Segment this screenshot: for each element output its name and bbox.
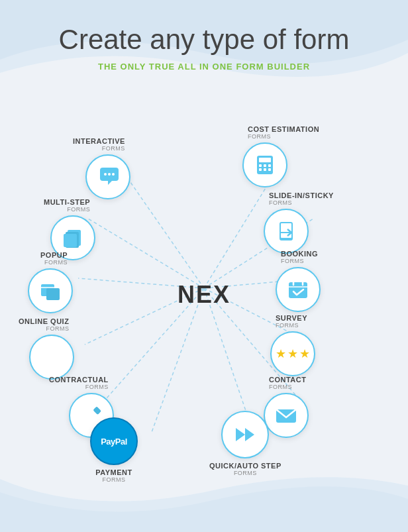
node-survey: SURVEY FORMS ★ ★ ★ — [270, 311, 315, 376]
node-quick-auto: QUICK/AUTO STEP FORMS — [209, 411, 281, 476]
node-popup: POPUP FORMS — [28, 248, 73, 313]
fast-forward-icon — [233, 423, 257, 447]
booking-sub: FORMS — [281, 258, 318, 264]
contact-sub: FORMS — [269, 384, 306, 390]
star-1: ★ — [276, 346, 286, 361]
star-3: ★ — [299, 346, 310, 361]
interactive-label: INTERACTIVE — [73, 137, 125, 145]
contractual-sub: FORMS — [49, 384, 109, 390]
quick-auto-icon-circle — [221, 411, 269, 458]
chat-icon — [96, 165, 120, 189]
svg-rect-17 — [259, 164, 262, 167]
page-subtitle: THE ONLY TRUE ALL IN ONE FORM BUILDER — [0, 62, 408, 72]
calculator-icon — [253, 153, 277, 177]
svg-rect-30 — [46, 288, 60, 300]
svg-point-39 — [44, 362, 49, 368]
cost-estimation-label: COST ESTIMATION — [248, 125, 319, 133]
online-quiz-label: ONLINE QUIZ — [19, 317, 69, 325]
svg-point-13 — [108, 173, 111, 176]
cost-estimation-icon-circle — [242, 142, 287, 187]
booking-icon-circle — [276, 267, 321, 312]
star-2: ★ — [287, 346, 298, 361]
node-payment: PayPal PAYMENT FORMS — [90, 417, 138, 483]
quick-auto-sub: FORMS — [209, 470, 281, 476]
online-quiz-sub: FORMS — [19, 325, 69, 332]
node-interactive: INTERACTIVE FORMS — [73, 137, 130, 199]
svg-point-37 — [44, 356, 49, 362]
payment-icon-circle: PayPal — [90, 417, 138, 465]
popup-icon-circle — [28, 268, 73, 313]
svg-rect-25 — [64, 234, 77, 247]
svg-rect-19 — [268, 164, 271, 167]
node-booking: BOOKING FORMS — [276, 247, 321, 312]
multi-step-sub: FORMS — [44, 206, 90, 213]
calendar-icon — [286, 278, 310, 301]
slide-sticky-sub: FORMS — [269, 199, 334, 206]
svg-rect-18 — [264, 164, 266, 167]
survey-icon-circle: ★ ★ ★ — [270, 331, 315, 376]
payment-label: PAYMENT — [95, 468, 132, 476]
survey-label: SURVEY — [276, 314, 307, 322]
contact-label: CONTACT — [269, 376, 306, 384]
svg-rect-32 — [289, 282, 307, 298]
node-cost-estimation: COST ESTIMATION FORMS — [242, 123, 319, 187]
layers-icon — [61, 226, 85, 250]
list-check-icon — [40, 345, 64, 369]
paypal-text: PayPal — [101, 437, 127, 447]
node-online-quiz: ONLINE QUIZ FORMS — [19, 315, 74, 380]
svg-rect-21 — [264, 168, 266, 171]
svg-rect-20 — [259, 168, 262, 171]
svg-point-12 — [104, 173, 107, 176]
contractual-label: CONTRACTUAL — [49, 376, 109, 384]
popup-icon — [38, 279, 62, 303]
cost-estimation-sub: FORMS — [248, 133, 319, 140]
nex-logo: NEX — [168, 275, 240, 315]
stars-display: ★ ★ ★ — [276, 346, 310, 361]
popup-label: POPUP — [40, 251, 68, 259]
svg-rect-22 — [268, 168, 271, 171]
payment-sub: FORMS — [95, 476, 132, 483]
slide-sticky-label: SLIDE-IN/STICKY — [269, 191, 334, 199]
tablet-icon — [274, 219, 298, 243]
quick-auto-label: QUICK/AUTO STEP — [209, 462, 281, 470]
diagram: .dash-line { stroke: #a0d4ed; stroke-wid… — [19, 103, 389, 487]
interactive-sub: FORMS — [73, 145, 125, 152]
survey-sub: FORMS — [276, 322, 307, 329]
interactive-icon-circle — [85, 154, 130, 199]
svg-line-0 — [121, 169, 204, 288]
svg-rect-16 — [259, 158, 271, 162]
node-slide-sticky: SLIDE-IN/STICKY FORMS — [264, 189, 334, 254]
page-container: Create any type of form THE ONLY TRUE AL… — [0, 0, 408, 532]
main-content: Create any type of form THE ONLY TRUE AL… — [0, 0, 408, 72]
popup-sub: FORMS — [40, 259, 68, 266]
booking-label: BOOKING — [281, 250, 318, 258]
svg-marker-45 — [245, 428, 254, 441]
svg-point-14 — [112, 173, 115, 176]
multi-step-label: MULTI-STEP — [44, 198, 90, 206]
page-title: Create any type of form — [0, 0, 408, 56]
svg-marker-44 — [236, 428, 245, 441]
